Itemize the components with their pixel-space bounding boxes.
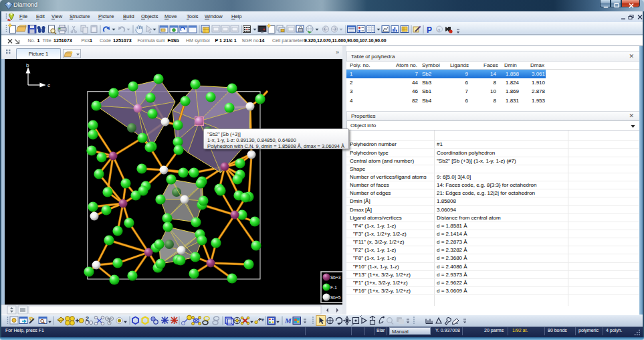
svg-text:Sb+3: Sb+3 [330,275,341,280]
svg-text:Fe: Fe [259,317,264,322]
svg-text:Sb+5: Sb+5 [330,295,341,300]
svg-text:F-1: F-1 [330,285,337,290]
svg-text:M: M [284,317,292,325]
svg-text:b: b [26,62,29,68]
svg-text:a: a [437,27,441,33]
svg-text:P: P [427,25,432,35]
svg-text:c: c [47,82,50,88]
